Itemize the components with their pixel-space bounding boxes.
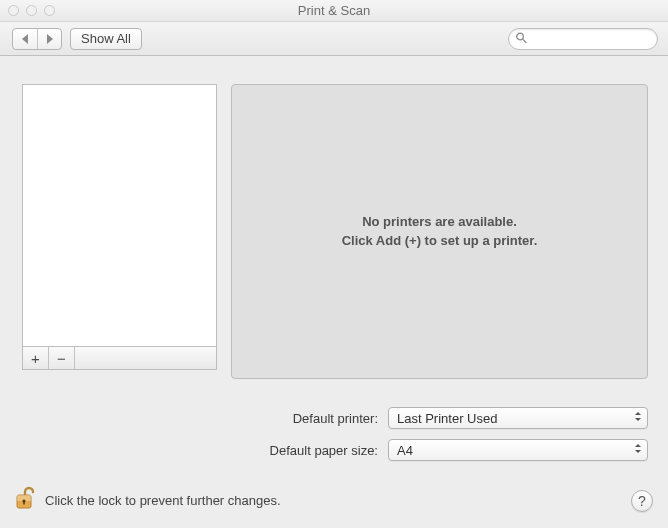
help-button[interactable]: ? — [631, 490, 653, 512]
default-printer-label: Default printer: — [22, 411, 378, 426]
remove-printer-button[interactable]: − — [49, 347, 75, 369]
close-window-button[interactable] — [8, 5, 19, 16]
svg-rect-5 — [23, 501, 25, 505]
minimize-window-button[interactable] — [26, 5, 37, 16]
empty-state-line1: No printers are available. — [342, 213, 538, 232]
back-icon — [21, 34, 30, 44]
lock-section[interactable]: Click the lock to prevent further change… — [15, 486, 281, 515]
titlebar: Print & Scan — [0, 0, 668, 22]
default-paper-size-label: Default paper size: — [22, 443, 378, 458]
printer-list-panel: + − — [22, 84, 217, 379]
empty-state: No printers are available. Click Add (+)… — [330, 213, 550, 251]
minus-icon: − — [57, 351, 66, 366]
show-all-button[interactable]: Show All — [70, 28, 142, 50]
lock-open-icon — [15, 486, 37, 515]
add-printer-button[interactable]: + — [23, 347, 49, 369]
content: + − No printers are available. Click Add… — [0, 56, 668, 471]
toolbar: Show All — [0, 22, 668, 56]
help-icon: ? — [638, 493, 646, 509]
printer-list-footer: + − — [22, 346, 217, 370]
forward-button[interactable] — [37, 29, 61, 49]
bottom-bar: Click the lock to prevent further change… — [15, 486, 653, 515]
show-all-label: Show All — [81, 31, 131, 46]
forward-icon — [45, 34, 54, 44]
default-printer-value: Last Printer Used — [397, 411, 497, 426]
plus-icon: + — [31, 351, 40, 366]
default-printer-select[interactable]: Last Printer Used — [388, 407, 648, 429]
empty-state-line2: Click Add (+) to set up a printer. — [342, 232, 538, 251]
back-button[interactable] — [13, 29, 37, 49]
select-arrows-icon — [634, 411, 642, 426]
panels: + − No printers are available. Click Add… — [22, 84, 648, 379]
search-field[interactable] — [508, 28, 658, 50]
select-arrows-icon — [634, 443, 642, 458]
print-scan-window: Print & Scan Show All — [0, 0, 668, 528]
printer-detail-pane: No printers are available. Click Add (+)… — [231, 84, 648, 379]
zoom-window-button[interactable] — [44, 5, 55, 16]
nav-buttons — [12, 28, 62, 50]
printer-list[interactable] — [22, 84, 217, 346]
defaults-section: Default printer: Last Printer Used Defau… — [22, 407, 648, 461]
lock-text: Click the lock to prevent further change… — [45, 493, 281, 508]
default-paper-size-value: A4 — [397, 443, 413, 458]
default-paper-size-select[interactable]: A4 — [388, 439, 648, 461]
window-controls — [8, 5, 55, 16]
search-input[interactable] — [508, 28, 658, 50]
window-title: Print & Scan — [0, 3, 668, 18]
